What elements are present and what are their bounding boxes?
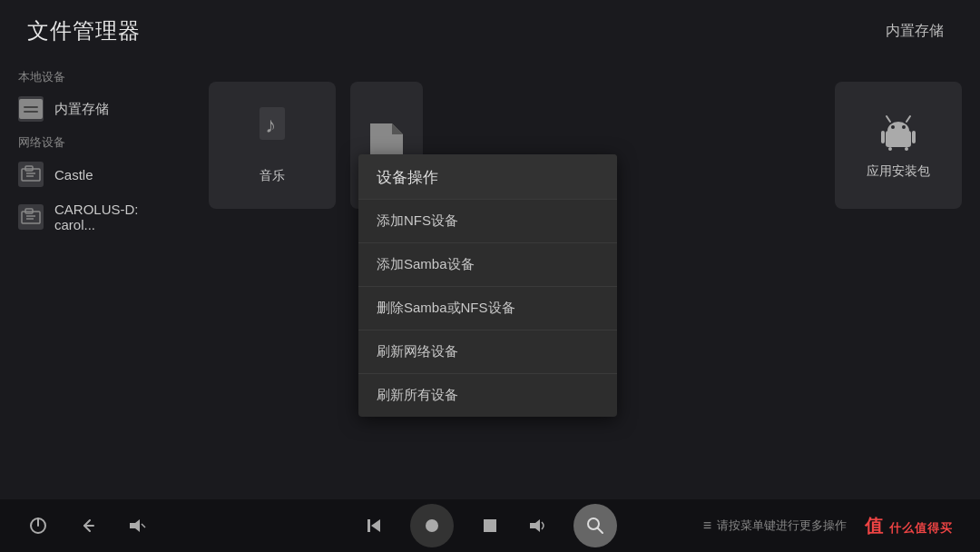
menu-item-refresh-network[interactable]: 刷新网络设备 xyxy=(358,330,617,374)
menu-item-add-nfs[interactable]: 添加NFS设备 xyxy=(358,200,617,243)
menu-item-add-samba[interactable]: 添加Samba设备 xyxy=(358,243,617,287)
menu-item-delete-samba-nfs[interactable]: 删除Samba或NFS设备 xyxy=(358,287,617,330)
context-menu-overlay: 设备操作 添加NFS设备 添加Samba设备 删除Samba或NFS设备 刷新网… xyxy=(0,0,980,552)
context-menu: 设备操作 添加NFS设备 添加Samba设备 删除Samba或NFS设备 刷新网… xyxy=(358,154,617,417)
menu-item-refresh-all[interactable]: 刷新所有设备 xyxy=(358,374,617,417)
context-menu-title: 设备操作 xyxy=(358,154,617,200)
